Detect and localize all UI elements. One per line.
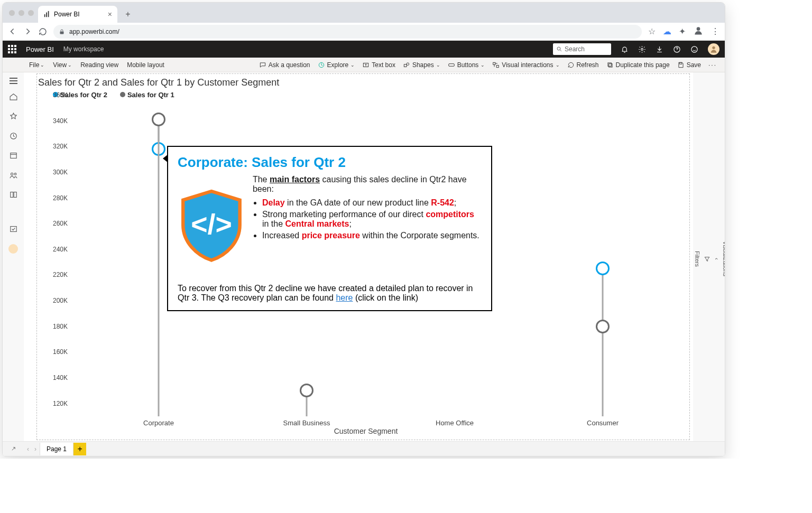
view-menu[interactable]: View ⌄ bbox=[50, 60, 75, 70]
svg-point-9 bbox=[712, 46, 715, 49]
svg-rect-1 bbox=[46, 13, 47, 17]
reading-view[interactable]: Reading view bbox=[77, 60, 122, 70]
text-box-button[interactable]: Text box bbox=[359, 60, 398, 70]
x-tick: Small Business bbox=[283, 419, 330, 427]
recovery-plan-link[interactable]: here bbox=[336, 293, 353, 302]
address-bar[interactable]: app.powerbi.com/ bbox=[53, 25, 642, 39]
y-tick: 360K bbox=[53, 91, 68, 99]
duplicate-page-button[interactable]: Duplicate this page bbox=[604, 60, 672, 70]
y-tick: 280K bbox=[53, 194, 68, 202]
svg-point-8 bbox=[691, 46, 697, 52]
ask-question-button[interactable]: Ask a question bbox=[256, 60, 313, 70]
home-icon[interactable] bbox=[9, 92, 18, 104]
hamburger-icon[interactable] bbox=[10, 78, 17, 84]
workspaces-icon[interactable] bbox=[9, 190, 18, 201]
marker-stem bbox=[602, 327, 604, 416]
search-placeholder: Search bbox=[565, 45, 585, 53]
recent-icon[interactable] bbox=[9, 132, 18, 143]
new-tab-button[interactable]: + bbox=[121, 7, 135, 22]
browser-toolbar: app.powerbi.com/ ☆ ☁ ✦ ⋮ bbox=[3, 23, 725, 41]
favorites-icon[interactable] bbox=[9, 112, 18, 123]
window-controls[interactable] bbox=[7, 3, 38, 23]
ribbon: File ⌄ View ⌄ Reading view Mobile layout… bbox=[3, 58, 725, 72]
visual-container[interactable]: Sales for Qtr 2 and Sales for Qtr 1 by C… bbox=[36, 73, 690, 440]
filters-panel[interactable]: ‹Filters bbox=[693, 77, 721, 441]
lock-icon bbox=[59, 29, 65, 35]
refresh-button[interactable]: Refresh bbox=[565, 60, 602, 70]
shield-icon: </> bbox=[178, 175, 245, 275]
apps-icon[interactable] bbox=[9, 151, 18, 162]
profile-icon[interactable] bbox=[693, 25, 704, 38]
app-launcher-icon[interactable] bbox=[8, 45, 16, 53]
explore-button[interactable]: Explore ⌄ bbox=[315, 60, 358, 70]
settings-icon[interactable] bbox=[638, 45, 646, 53]
x-tick: Consumer bbox=[587, 419, 619, 427]
search-input[interactable]: Search bbox=[553, 43, 611, 55]
marker-qtr1[interactable] bbox=[152, 113, 165, 126]
my-workspace-icon[interactable] bbox=[8, 244, 18, 254]
back-button[interactable] bbox=[8, 27, 17, 36]
forward-button[interactable] bbox=[23, 27, 32, 36]
svg-point-22 bbox=[11, 173, 13, 175]
marker-qtr2[interactable] bbox=[596, 262, 610, 275]
svg-rect-2 bbox=[48, 11, 49, 17]
report-canvas[interactable]: Sales for Qtr 2 and Sales for Qtr 1 by C… bbox=[24, 72, 693, 441]
browser-ext-icons: ☆ ☁ ✦ ⋮ bbox=[648, 25, 719, 38]
browser-window: Power BI × + app.powerbi.com/ ☆ ☁ ✦ ⋮ Po… bbox=[2, 2, 725, 456]
star-icon[interactable]: ☆ bbox=[648, 26, 656, 36]
marker-qtr1[interactable] bbox=[300, 384, 313, 397]
page-tab-1[interactable]: Page 1 bbox=[40, 443, 73, 455]
browser-tab-active[interactable]: Power BI × bbox=[38, 6, 117, 23]
avatar[interactable] bbox=[708, 43, 719, 55]
y-tick: 340K bbox=[53, 117, 68, 125]
data-icon[interactable] bbox=[9, 225, 18, 236]
svg-rect-26 bbox=[10, 227, 16, 232]
cloud-icon[interactable]: ☁ bbox=[663, 26, 671, 36]
kebab-icon[interactable]: ⋮ bbox=[711, 26, 719, 36]
notifications-icon[interactable] bbox=[621, 45, 629, 53]
close-icon[interactable]: × bbox=[108, 10, 112, 18]
svg-rect-15 bbox=[493, 62, 495, 64]
svg-rect-14 bbox=[448, 63, 454, 66]
svg-point-5 bbox=[557, 47, 560, 50]
visual-interactions-button[interactable]: Visual interactions ⌄ bbox=[490, 60, 562, 70]
page-tab-bar: ‹› Page 1 + bbox=[3, 441, 725, 456]
puzzle-icon[interactable]: ✦ bbox=[679, 26, 686, 36]
more-button[interactable]: ··· bbox=[706, 60, 719, 70]
svg-point-6 bbox=[641, 48, 643, 50]
mobile-layout[interactable]: Mobile layout bbox=[124, 60, 168, 70]
page-nav[interactable]: ‹› bbox=[24, 445, 40, 453]
y-tick: 120K bbox=[53, 400, 68, 407]
y-tick: 300K bbox=[53, 169, 68, 176]
right-panels: ‹Filters ‹Visualizations ‹Fields bbox=[693, 72, 725, 441]
buttons-button[interactable]: Buttons ⌄ bbox=[445, 60, 488, 70]
expand-icon[interactable] bbox=[3, 445, 24, 452]
y-tick: 320K bbox=[53, 143, 68, 150]
file-menu[interactable]: File ⌄ bbox=[26, 60, 48, 70]
x-tick: Corporate bbox=[143, 419, 174, 427]
help-icon[interactable] bbox=[673, 45, 681, 53]
url-text: app.powerbi.com/ bbox=[69, 28, 119, 35]
marker-stem bbox=[158, 119, 160, 416]
download-icon[interactable] bbox=[656, 45, 663, 53]
product-name[interactable]: Power BI bbox=[26, 45, 54, 53]
reload-button[interactable] bbox=[39, 27, 47, 36]
svg-point-23 bbox=[14, 173, 16, 175]
pbi-top-bar: Power BI My workspace Search bbox=[3, 41, 725, 58]
tooltip-title: Corporate: Sales for Qtr 2 bbox=[178, 154, 482, 171]
svg-rect-0 bbox=[44, 14, 45, 17]
marker-qtr1[interactable] bbox=[596, 320, 610, 333]
shared-icon[interactable] bbox=[9, 171, 18, 182]
svg-rect-17 bbox=[608, 63, 612, 67]
workspace-name[interactable]: My workspace bbox=[63, 45, 104, 53]
save-button[interactable]: Save bbox=[675, 60, 704, 70]
x-tick: Home Office bbox=[436, 419, 474, 427]
shapes-button[interactable]: Shapes ⌄ bbox=[400, 60, 443, 70]
chart-title: Sales for Qtr 2 and Sales for Qtr 1 by C… bbox=[37, 74, 689, 89]
svg-point-13 bbox=[407, 62, 409, 65]
marker-stem bbox=[602, 268, 604, 326]
tab-title: Power BI bbox=[54, 11, 80, 18]
feedback-icon[interactable] bbox=[690, 45, 698, 53]
visualizations-panel[interactable]: ‹Visualizations bbox=[721, 77, 725, 441]
add-page-button[interactable]: + bbox=[73, 443, 86, 455]
